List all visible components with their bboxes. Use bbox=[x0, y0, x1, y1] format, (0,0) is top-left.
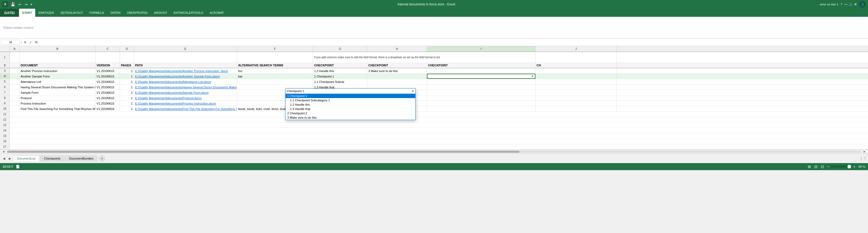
h-scrollbar-track[interactable] bbox=[7, 151, 861, 153]
cell-b8[interactable]: Protocol bbox=[20, 95, 95, 101]
cell-g3[interactable]: 1.2 Handle this bbox=[313, 68, 367, 73]
cell-reference-input[interactable]: I4 bbox=[1, 40, 20, 45]
dropdown-item[interactable]: 1.1 Checkpoint Subcategory 1 bbox=[286, 98, 415, 102]
tab-einfuegen[interactable]: EINFÜGEN bbox=[35, 9, 57, 17]
col-header-h[interactable]: H bbox=[367, 46, 427, 52]
tab-acrobat[interactable]: ACROBAT bbox=[207, 9, 227, 17]
cell-c7[interactable]: V1.20190615 bbox=[95, 90, 120, 95]
cell-g5[interactable]: 1.1 Checkpoint Subcat bbox=[313, 79, 367, 84]
cell-e7[interactable]: E:\Quality Management\documents\Sample F… bbox=[134, 90, 237, 95]
dropdown-item[interactable]: 1.2 Handle this bbox=[286, 102, 415, 107]
h-scroll-left[interactable]: ◄ bbox=[1, 150, 6, 153]
cell-g4[interactable]: 1 Checkpoint 1 bbox=[313, 74, 367, 79]
cell-h5[interactable] bbox=[367, 79, 427, 84]
cell-e8[interactable]: E:\Quality Management\documents\Protocol… bbox=[134, 95, 237, 101]
cell-d8[interactable]: 1 bbox=[120, 95, 134, 101]
dropdown-item[interactable]: 1 Checkpoint 1 bbox=[286, 94, 415, 98]
h-scroll-right[interactable]: ► bbox=[862, 150, 867, 153]
cell-d10[interactable]: 1 bbox=[120, 106, 134, 111]
normal-view-icon[interactable]: ⊞ bbox=[808, 164, 811, 169]
cell-d3[interactable]: 1 bbox=[120, 68, 134, 73]
zoom-slider[interactable] bbox=[831, 166, 852, 167]
col-header-j[interactable]: J bbox=[535, 46, 617, 52]
cell-i10[interactable] bbox=[427, 106, 535, 111]
cell-b4[interactable]: Another Sample Form bbox=[20, 74, 95, 79]
dropdown-item[interactable]: 1.3 Handle that bbox=[286, 107, 415, 111]
cell-d9[interactable]: 1 bbox=[120, 101, 134, 106]
tab-start[interactable]: START bbox=[19, 9, 35, 17]
user-avatar[interactable]: 👤 bbox=[859, 1, 866, 8]
close-icon[interactable]: ✕ bbox=[854, 2, 857, 6]
cell-h4[interactable] bbox=[367, 74, 427, 79]
sheet-options-icon[interactable]: ⋮⋮ bbox=[859, 156, 867, 161]
help-icon[interactable]: ? bbox=[841, 3, 842, 6]
col-header-d[interactable]: D bbox=[120, 46, 134, 52]
tab-daten[interactable]: DATEN bbox=[107, 9, 123, 17]
cell-b9[interactable]: Process Instruction bbox=[20, 101, 95, 106]
undo-qa-icon[interactable]: ↩ bbox=[18, 2, 22, 6]
dropdown-item[interactable]: 2 Checkpoint 2 bbox=[286, 111, 415, 115]
dropdown-item[interactable]: 3 Make sure to do this bbox=[286, 115, 415, 120]
cell-c4[interactable]: V1.20190615 bbox=[95, 74, 120, 79]
cell-b5[interactable]: Attendance List bbox=[20, 79, 95, 84]
cell-d6[interactable]: 1 bbox=[120, 85, 134, 90]
cell-c6[interactable]: V1.20190615 bbox=[95, 85, 120, 90]
cell-j9[interactable] bbox=[535, 101, 617, 106]
dropdown-arrow-icon[interactable]: ▼ bbox=[411, 90, 414, 93]
cell-j10[interactable] bbox=[535, 106, 617, 111]
cell-i6[interactable] bbox=[427, 85, 535, 90]
col-header-i[interactable]: I bbox=[427, 46, 535, 52]
tab-seitenlayout[interactable]: SEITENLAYOUT bbox=[57, 9, 86, 17]
cell-f5[interactable] bbox=[237, 79, 313, 84]
cell-b10[interactable]: Find This File Searching For Something T… bbox=[20, 106, 95, 111]
cell-i3[interactable] bbox=[427, 68, 535, 73]
sheet-nav-left[interactable]: ◄ bbox=[1, 156, 7, 161]
page-layout-icon[interactable]: ⊟ bbox=[814, 164, 817, 169]
cell-e5[interactable]: E:\Quality Management\documents\Attendan… bbox=[134, 79, 237, 84]
add-sheet-button[interactable]: + bbox=[99, 156, 105, 162]
cell-f3[interactable]: foo bbox=[237, 68, 313, 73]
cell-c8[interactable]: V1.20190615 bbox=[95, 95, 120, 101]
cell-j6[interactable] bbox=[535, 85, 617, 90]
cell-i8[interactable] bbox=[427, 95, 535, 101]
cell-dropdown[interactable]: ▼ 1 Checkpoint 1 1.1 Checkpoint Subcateg… bbox=[285, 88, 415, 120]
cancel-formula-icon[interactable]: ✕ bbox=[23, 40, 27, 44]
sheet-tab-documentbundles[interactable]: DocumentBundles bbox=[65, 156, 98, 162]
h-scrollbar-thumb[interactable] bbox=[7, 151, 520, 153]
minimize-icon[interactable]: ─ bbox=[844, 2, 847, 7]
col-header-a[interactable]: A bbox=[10, 46, 20, 52]
cell-j5[interactable] bbox=[535, 79, 617, 84]
sheet-tab-documentlist[interactable]: DocumentList bbox=[13, 156, 39, 161]
cell-j7[interactable] bbox=[535, 90, 617, 95]
customize-qa-icon[interactable]: ▾ bbox=[30, 3, 33, 6]
maximize-icon[interactable]: □ bbox=[849, 2, 852, 6]
tab-datei[interactable]: DATEI bbox=[0, 9, 19, 17]
tab-ansicht[interactable]: ANSICHT bbox=[151, 9, 170, 17]
col-header-c[interactable]: C bbox=[95, 46, 120, 52]
sheet-tab-checkpoints[interactable]: Checkpoints bbox=[40, 156, 65, 162]
cell-f4[interactable]: bar bbox=[237, 74, 313, 79]
cell-j3[interactable] bbox=[535, 68, 617, 73]
cell-d5[interactable]: 1 bbox=[120, 79, 134, 84]
tab-entwicklertools[interactable]: ENTWICKLERTOOLS bbox=[170, 9, 207, 17]
cell-b7[interactable]: Sample Form bbox=[20, 90, 95, 95]
formula-input[interactable] bbox=[40, 40, 867, 44]
cell-i4[interactable]: ▼ bbox=[427, 74, 535, 79]
cell-d4[interactable]: 1 bbox=[120, 74, 134, 79]
confirm-formula-icon[interactable]: ✓ bbox=[29, 40, 33, 44]
cell-b6[interactable]: Having Several Dozen Documents Making Th… bbox=[20, 85, 95, 90]
cell-e6[interactable]: E:\Quality Management\documents\Having S… bbox=[134, 85, 237, 90]
cell-j4[interactable] bbox=[535, 74, 617, 79]
zoom-out-icon[interactable]: − bbox=[827, 164, 830, 169]
cell-i9[interactable] bbox=[427, 101, 535, 106]
save-qa-icon[interactable]: 💾 bbox=[10, 2, 16, 6]
col-header-e[interactable]: E bbox=[134, 46, 237, 52]
tab-formeln[interactable]: FORMELN bbox=[86, 9, 107, 17]
cell-j8[interactable] bbox=[535, 95, 617, 101]
zoom-in-icon[interactable]: + bbox=[854, 164, 856, 169]
col-header-f[interactable]: F bbox=[237, 46, 313, 52]
cell-e9[interactable]: E:\Quality Management\documents\Process … bbox=[134, 101, 237, 106]
cell-i7[interactable] bbox=[427, 90, 535, 95]
col-header-g[interactable]: G bbox=[313, 46, 367, 52]
redo-qa-icon[interactable]: ↪ bbox=[24, 2, 29, 6]
